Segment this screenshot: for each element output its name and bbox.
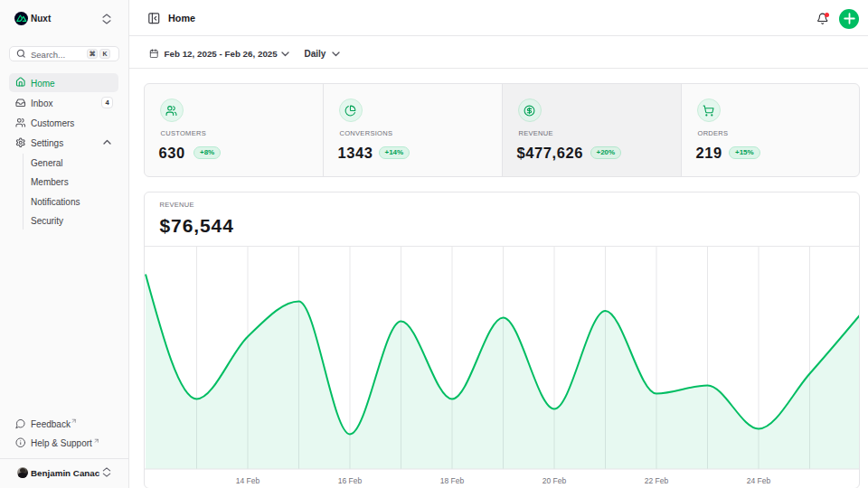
svg-text:18 Feb: 18 Feb	[440, 476, 465, 485]
svg-text:16 Feb: 16 Feb	[338, 476, 363, 485]
svg-text:22 Feb: 22 Feb	[645, 476, 669, 485]
svg-text:24 Feb: 24 Feb	[747, 476, 771, 485]
svg-text:20 Feb: 20 Feb	[542, 476, 567, 485]
svg-text:14 Feb: 14 Feb	[236, 476, 260, 485]
